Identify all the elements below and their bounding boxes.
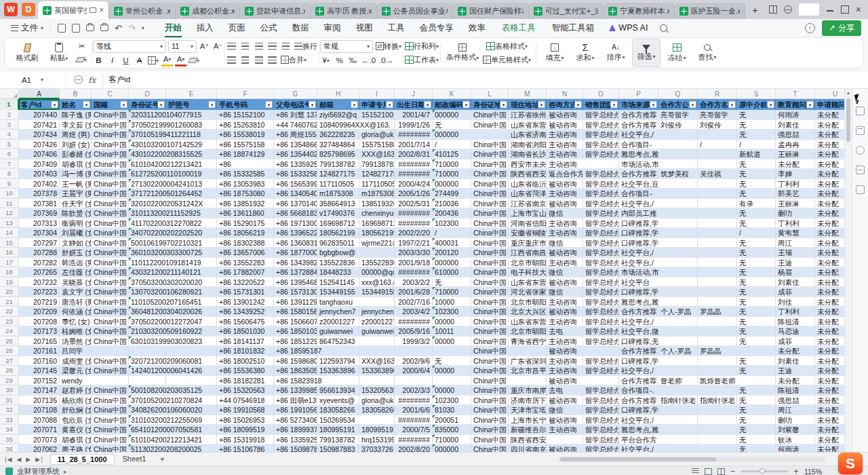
cell-T29[interactable]: 未分配 [776,376,815,385]
cell-H33[interactable]: 150269534 [317,415,359,425]
side-panel-icon-3[interactable] [856,146,865,155]
wrap-text-button[interactable]: 换行 [294,41,318,52]
cell-I16[interactable] [359,248,395,257]
cell-D23[interactable]: 370502200012272047 [129,317,166,326]
cell-G5[interactable]: +86 1354866895 [274,140,317,149]
cell-D12[interactable]: 310113200211152925 [129,208,166,218]
cell-B20[interactable]: 袁文宇 (女 [60,287,92,297]
cell-I15[interactable]: wjrme221@ [359,238,395,248]
cell-M22[interactable]: 北京大兴区 [509,307,547,316]
cell-J2[interactable]: 2001/4/7 [395,110,433,119]
cell-O24[interactable]: 留学总经办 [583,326,619,336]
cell-U9[interactable]: 未分配 [815,179,844,189]
print-preview-icon[interactable] [100,24,108,31]
cell-R29[interactable]: 凯烁曾老师 [698,376,737,385]
filter-dropdown-button[interactable]: ▾ [574,101,582,109]
cell-S18[interactable]: 无 [737,267,776,277]
row-header-36[interactable]: 36 [0,444,19,452]
cell-B9[interactable]: 王一帆 (男 [60,179,92,189]
minimize-button[interactable] [826,5,834,14]
cell-B24[interactable]: 桂婉唯 (女 [60,326,92,336]
column-header-A[interactable]: A [19,89,60,99]
cell-C20[interactable]: China中国 [92,287,129,297]
column-header-L[interactable]: L [471,89,509,99]
cell-C4[interactable]: China中国 [92,130,129,139]
font-color-button[interactable]: A▾ [175,55,186,66]
zoom-in-button[interactable]: + [793,468,799,475]
cell-Q26[interactable]: 个人-罗晶 [658,346,698,356]
cell-A18[interactable]: 207265 [19,267,60,277]
close-button[interactable]: × [856,5,861,14]
cell-C5[interactable]: China中国 [92,140,129,149]
cell-L19[interactable]: China中国 [471,278,509,287]
indent-decrease-button[interactable] [267,41,278,52]
cell-T4[interactable]: 强思喆 [776,130,815,139]
cell-O33[interactable]: 留学总经办 [583,415,619,425]
cell-A7[interactable]: 207409 [19,159,60,169]
clear-format-button[interactable]: ▾ [189,55,200,66]
cell-D31[interactable]: 370105200210270824 [129,396,166,405]
cell-J5[interactable]: 2001/7/14 [395,140,433,149]
cell-M6[interactable]: 湖南省长沙 [509,149,547,159]
document-tab[interactable]: 公务员国企事业单... [377,3,453,19]
cell-K7[interactable]: 710000 [433,159,471,169]
cell-B31[interactable]: 杨欣雨 (女 [60,396,92,405]
zoom-slider[interactable] [741,470,788,472]
cell-P8[interactable]: 合作方推荐 [619,169,658,178]
column-header-E[interactable]: E [166,89,217,99]
cell-T31[interactable]: 强思喆 [776,396,815,405]
cell-J16[interactable]: 2003/3/30 [395,248,433,257]
cell-H16[interactable]: bgbgbow@ [317,248,359,257]
cell-Q36[interactable] [658,444,698,452]
cell-H22[interactable]: jennychen7 [317,307,359,316]
cell-L36[interactable]: China中国 [471,444,509,452]
cell-M24[interactable]: 北京市朝阳 [509,326,547,336]
cell-T11[interactable]: 王丽淋 [776,199,815,208]
filter-dropdown-button[interactable]: ▾ [120,101,127,109]
row-header-35[interactable]: 35 [0,435,19,444]
cell-A34[interactable]: 207071 [19,425,60,434]
cell-A8[interactable]: 207403 [19,169,60,178]
file-menu[interactable]: 文件▾ [7,22,47,34]
insert-function-icon[interactable]: fx [88,75,96,85]
cell-T30[interactable]: 陈祖清 [776,385,815,395]
cell-U8[interactable]: 未分配 [815,169,844,178]
cell-T5[interactable]: 孟冉冉 [776,140,815,149]
row-header-3[interactable]: 3 [0,120,19,130]
cell-P5[interactable]: 合作项目- [619,140,658,149]
cell-B14[interactable]: 刘晨曦 (女 [60,228,92,238]
cell-C3[interactable]: China中国 [92,120,129,130]
cell-S24[interactable]: 无 [737,326,776,336]
header-cell-R1[interactable]: 合作方名▾ [698,99,737,110]
header-cell-F1[interactable]: 手机号码▾ [217,99,274,110]
search-icon[interactable] [660,24,667,32]
cell-B29[interactable]: wendy [60,376,92,385]
cell-C28[interactable]: China中国 [92,366,129,375]
menu-item[interactable]: 开始 [158,20,189,36]
cell-H10[interactable]: m1875308 [317,189,359,198]
header-cell-Q1[interactable]: 合作方公▾ [658,99,698,110]
cell-D4[interactable]: 370105199411221118 [129,130,166,139]
cell-Q35[interactable] [658,435,698,444]
cell-L33[interactable]: China中国 [471,415,509,425]
cell-K6[interactable]: 410125 [433,149,471,159]
cell-H11[interactable]: 358664913 [317,199,359,208]
rows-columns-button[interactable]: 行和列▾ [404,41,439,52]
cell-T16[interactable]: 王瑞 [776,248,815,257]
cell-M16[interactable]: 江西省南昌 [509,248,547,257]
cell-L6[interactable]: China中国 [471,149,509,159]
cell-I36[interactable]: 37033726 [359,444,395,452]
sheet-tab[interactable]: Sheet1 [116,454,153,465]
thousands-button[interactable]: ‰ [347,55,359,66]
column-header-S[interactable]: S [737,89,776,99]
cell-J30[interactable]: 2002/3/3 [395,385,433,395]
cell-P22[interactable]: 合作方推荐 [619,307,658,316]
cell-S30[interactable]: 无 [737,385,776,395]
cell-I27[interactable]: XXX@163.c [359,356,395,366]
cell-H8[interactable]: 124827175 [317,169,359,178]
cell-N35[interactable] [547,435,583,444]
cell-P28[interactable]: 社交平台,/ [619,366,658,375]
cell-T15[interactable]: 周江 [776,238,815,248]
decrease-decimal-button[interactable]: .0→ [378,55,394,66]
cell-C32[interactable]: China中国 [92,405,129,415]
